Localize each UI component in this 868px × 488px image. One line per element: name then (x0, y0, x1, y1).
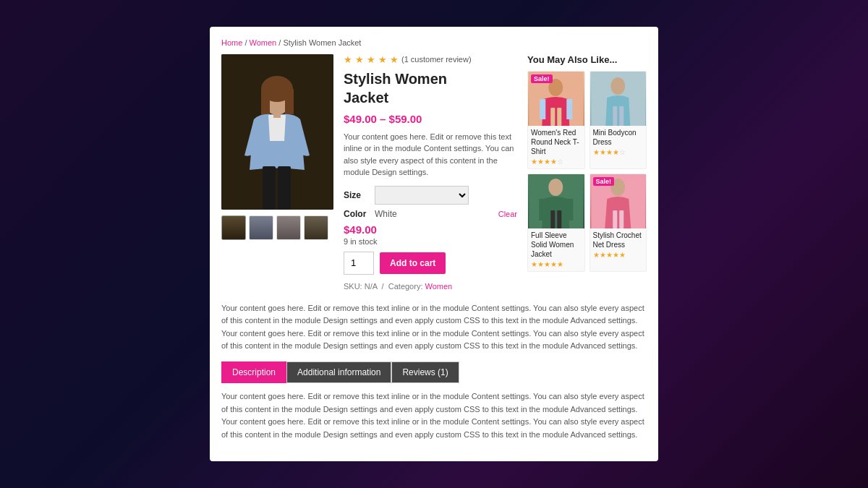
related-stars-4: ★★★★★ (593, 251, 644, 259)
size-select[interactable]: XS S M L XL (375, 186, 469, 205)
current-price: $49.00 (344, 223, 517, 236)
product-info: ★ ★ ★ ★ ★ (1 customer review) Stylish Wo… (344, 54, 517, 294)
svg-rect-16 (613, 106, 617, 126)
svg-rect-3 (261, 89, 270, 118)
review-count[interactable]: (1 customer review) (401, 55, 472, 64)
color-label: Color (344, 209, 369, 219)
related-name-1: Women's Red Round Neck T-Shirt (531, 128, 582, 156)
svg-rect-6 (278, 166, 291, 210)
star-5: ★ (390, 54, 399, 65)
related-product-2[interactable]: Mini Bodycon Dress ★★★★☆ (590, 71, 647, 169)
thumbnail-strip (221, 215, 333, 240)
price-to: $59.00 (389, 113, 422, 125)
color-value: White (375, 209, 397, 219)
thumbnail-3[interactable] (276, 215, 301, 240)
related-name-3: Full Sleeve Solid Women Jacket (531, 231, 582, 259)
product-title: Stylish Women Jacket (344, 69, 517, 107)
add-to-cart-button[interactable]: Add to cart (380, 252, 446, 274)
svg-rect-21 (567, 199, 573, 221)
star-1: ★ (344, 54, 352, 65)
size-label: Size (344, 190, 369, 200)
related-info-4: Stylish Crochet Net Dress ★★★★★ (590, 228, 647, 262)
tab-content-text: Your content goes here. Edit or remove t… (221, 390, 647, 441)
svg-point-15 (610, 77, 625, 95)
svg-rect-10 (540, 99, 545, 119)
main-product-image: 🔍 (221, 54, 333, 210)
related-name-4: Stylish Crochet Net Dress (593, 231, 644, 249)
tab-description[interactable]: Description (221, 361, 286, 383)
thumbnail-1[interactable] (221, 215, 246, 240)
related-img-4: Sale! (590, 174, 647, 228)
related-img-2 (590, 72, 647, 126)
related-info-3: Full Sleeve Solid Women Jacket ★★★★★ (528, 228, 584, 271)
content-text: Your content goes here. Edit or remove t… (221, 302, 647, 353)
breadcrumb: Home / Women / Stylish Women Jacket (221, 38, 647, 47)
product-page: Home / Women / Stylish Women Jacket 🔍 (210, 27, 658, 462)
price-from: $49.00 (344, 113, 377, 125)
cart-row: Add to cart (344, 252, 517, 275)
svg-rect-11 (566, 99, 572, 119)
related-img-3 (528, 174, 584, 228)
clear-link[interactable]: Clear (498, 210, 517, 218)
breadcrumb-women[interactable]: Women (250, 38, 277, 47)
star-4: ★ (378, 54, 387, 65)
content-block: Your content goes here. Edit or remove t… (221, 302, 647, 442)
color-selector-row: Color White Clear (344, 209, 517, 219)
svg-point-19 (548, 179, 563, 196)
svg-rect-27 (619, 210, 624, 228)
sale-badge-1: Sale! (531, 74, 553, 83)
svg-rect-22 (550, 210, 555, 228)
svg-rect-23 (557, 210, 561, 228)
related-stars-3: ★★★★★ (531, 260, 582, 268)
svg-rect-12 (550, 108, 555, 126)
size-selector-row: Size XS S M L XL (344, 186, 517, 205)
product-gallery: 🔍 (221, 54, 333, 294)
price-separator: – (380, 113, 389, 125)
breadcrumb-home[interactable]: Home (221, 38, 242, 47)
svg-rect-13 (557, 108, 561, 126)
related-info-1: Women's Red Round Neck T-Shirt ★★★★☆ (528, 126, 584, 168)
sku-category: SKU: N/A / Category: Women (344, 282, 517, 291)
category-label: Category: (388, 282, 423, 291)
breadcrumb-current: Stylish Women Jacket (283, 38, 361, 47)
sale-badge-4: Sale! (593, 177, 615, 186)
tab-reviews[interactable]: Reviews (1) (391, 361, 459, 383)
related-stars-1: ★★★★☆ (531, 158, 582, 166)
svg-rect-20 (539, 199, 545, 221)
related-product-1[interactable]: Sale! Women's Red Round Neck T-Shir (527, 71, 585, 169)
thumbnail-2[interactable] (249, 215, 273, 240)
quantity-input[interactable] (344, 252, 374, 275)
tab-additional-info[interactable]: Additional information (286, 361, 391, 383)
product-description: Your content goes here. Edit or remove t… (344, 131, 517, 179)
category-link[interactable]: Women (425, 282, 453, 291)
star-2: ★ (355, 54, 364, 65)
svg-rect-17 (619, 106, 624, 126)
related-img-1: Sale! (528, 72, 584, 126)
svg-rect-4 (285, 89, 294, 114)
related-info-2: Mini Bodycon Dress ★★★★☆ (590, 126, 647, 159)
related-stars-2: ★★★★☆ (593, 148, 644, 156)
svg-rect-5 (263, 166, 276, 210)
related-product-4[interactable]: Sale! Stylish Crochet Net Dress ★★★★★ (590, 174, 647, 272)
related-products-sidebar: You May Also Like... Sale! (527, 54, 647, 294)
rating-stars: ★ ★ ★ ★ ★ (1 customer review) (344, 54, 517, 65)
related-products-grid: Sale! Women's Red Round Neck T-Shir (527, 71, 647, 272)
stock-info: 9 in stock (344, 237, 517, 246)
thumbnail-4[interactable] (304, 215, 328, 240)
star-3: ★ (367, 54, 375, 65)
related-product-3[interactable]: Full Sleeve Solid Women Jacket ★★★★★ (527, 174, 585, 272)
svg-rect-26 (613, 210, 617, 228)
sidebar-title: You May Also Like... (527, 54, 647, 65)
sku-value: N/A (365, 282, 378, 291)
svg-rect-7 (273, 106, 281, 118)
price-range: $49.00 – $59.00 (344, 113, 517, 125)
sku-label: SKU: (344, 282, 362, 291)
product-tabs: Description Additional information Revie… (221, 361, 647, 383)
related-name-2: Mini Bodycon Dress (593, 128, 644, 147)
